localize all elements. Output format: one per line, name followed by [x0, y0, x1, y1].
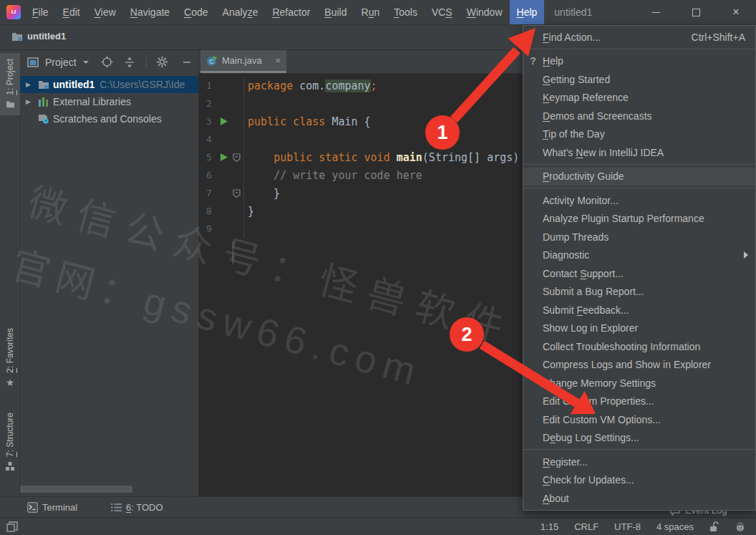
toolwindow-button-label: 2: Favorites	[5, 328, 15, 373]
menu-item-tip-of-the-day[interactable]: Tip of the Day	[523, 125, 755, 144]
fold-marker-icon[interactable]	[231, 189, 242, 198]
maximize-icon	[692, 9, 700, 16]
project-tree: ▶untitled1C:\Users\GSRJ\Ide▶External Lib…	[20, 76, 198, 127]
menu-item-about[interactable]: About	[523, 489, 755, 508]
menu-tools[interactable]: Tools	[387, 0, 425, 24]
code-text: package com.company;	[244, 79, 377, 92]
tree-row-external-libraries[interactable]: ▶External Libraries	[20, 93, 198, 110]
terminal-button[interactable]: Terminal	[27, 497, 77, 518]
todo-label: 6: TODO	[126, 502, 163, 513]
menu-item-label: Demos and Screencasts	[543, 110, 652, 122]
close-button[interactable]: ×	[716, 0, 756, 25]
toolwindow-button-2-favorites[interactable]: 2: Favorites★	[0, 322, 20, 393]
line-number: 5	[199, 152, 218, 163]
menu-file[interactable]: File	[25, 0, 56, 24]
expand-arrow-icon[interactable]: ▶	[26, 81, 37, 88]
collapse-all-button[interactable]	[124, 57, 135, 68]
maximize-button[interactable]	[676, 0, 716, 25]
menu-item-edit-custom-properties[interactable]: Edit Custom Properties...	[523, 392, 755, 411]
menu-refactor[interactable]: Refactor	[265, 0, 317, 24]
menu-item-show-log-in-explorer[interactable]: Show Log in Explorer	[523, 319, 755, 338]
menu-item-label: Analyze Plugin Startup Performance	[543, 213, 704, 224]
toolwindow-button-7-structure[interactable]: 7: Structure	[0, 407, 20, 478]
menu-item-label: Show Log in Explorer	[543, 322, 638, 334]
menu-item-help[interactable]: ?Help	[523, 52, 755, 71]
hide-panel-button[interactable]	[182, 57, 192, 67]
menu-item-edit-custom-vm-options[interactable]: Edit Custom VM Options...	[523, 410, 755, 429]
menu-item-keymap-reference[interactable]: Keymap Reference	[523, 89, 755, 107]
menu-help[interactable]: Help	[510, 0, 545, 24]
line-number: 1	[199, 80, 218, 91]
menu-build[interactable]: Build	[317, 0, 354, 24]
menu-analyze[interactable]: Analyze	[215, 0, 266, 24]
menu-window[interactable]: Window	[460, 0, 510, 24]
fold-marker-icon[interactable]	[231, 153, 242, 162]
terminal-label: Terminal	[42, 502, 77, 513]
menu-run[interactable]: Run	[354, 0, 387, 24]
menu-item-productivity-guide[interactable]: Productivity Guide	[523, 168, 755, 186]
menu-separator	[523, 162, 755, 168]
indent-size[interactable]: 4 spaces	[656, 521, 694, 532]
menu-item-submit-feedback[interactable]: Submit Feedback...	[523, 301, 755, 319]
tab-main-java[interactable]: C Main.java ×	[200, 50, 286, 73]
menu-item-getting-started[interactable]: Getting Started	[523, 70, 755, 89]
menu-vcs[interactable]: VCS	[425, 0, 460, 24]
menu-item-compress-logs-and-show-in-explorer[interactable]: Compress Logs and Show in Explorer	[523, 356, 755, 375]
star-icon: ★	[6, 378, 15, 387]
menu-item-what-s-new-in-intellij-idea[interactable]: What's New in IntelliJ IDEA	[523, 143, 755, 162]
main-menu-bar: FileEditViewNavigateCodeAnalyzeRefactorB…	[25, 0, 544, 24]
menu-separator	[523, 185, 755, 191]
todo-button[interactable]: 6: TODO	[111, 497, 163, 518]
lock-open-icon[interactable]	[709, 521, 719, 532]
menu-item-debug-log-settings[interactable]: Debug Log Settings...	[523, 429, 755, 448]
caret-position[interactable]: 1:15	[541, 521, 558, 532]
encoding[interactable]: UTF-8	[614, 521, 641, 532]
menu-item-label: About	[543, 493, 569, 504]
menu-item-activity-monitor[interactable]: Activity Monitor...	[523, 191, 755, 210]
menu-code[interactable]: Code	[177, 0, 215, 24]
line-ending[interactable]: CRLF	[574, 521, 598, 532]
menu-item-find-action[interactable]: Find Action...Ctrl+Shift+A	[523, 28, 755, 47]
horizontal-scrollbar[interactable]	[20, 486, 132, 493]
menu-item-analyze-plugin-startup-performance[interactable]: Analyze Plugin Startup Performance	[523, 210, 755, 228]
chevron-down-icon	[83, 61, 89, 64]
breadcrumb[interactable]: untitled1	[11, 31, 66, 42]
run-icon[interactable]	[218, 153, 231, 161]
project-view-selector[interactable]: Project	[45, 57, 77, 68]
code-text: public class Main {	[244, 115, 371, 128]
menu-edit[interactable]: Edit	[56, 0, 87, 24]
tree-row-untitled1[interactable]: ▶untitled1C:\Users\GSRJ\Ide	[20, 76, 198, 93]
restore-toolwindows-icon[interactable]	[6, 521, 18, 532]
menu-separator	[523, 447, 755, 453]
gear-icon[interactable]	[156, 56, 168, 68]
menu-item-label: Collect Troubleshooting Information	[543, 341, 700, 352]
tree-row-scratches-and-consoles[interactable]: Scratches and Consoles	[20, 110, 198, 127]
run-icon[interactable]	[218, 117, 231, 125]
menu-item-label: Diagnostic	[543, 249, 589, 261]
line-number: 6	[199, 170, 218, 180]
menu-view[interactable]: View	[87, 0, 123, 24]
menu-navigate[interactable]: Navigate	[123, 0, 177, 24]
toolwindow-button-1-project[interactable]: 1: Project	[0, 53, 20, 115]
project-tool-window: Project	[20, 50, 199, 496]
status-widgets: 1:15 CRLF UTF-8 4 spaces	[541, 521, 746, 532]
menu-item-dump-threads[interactable]: Dump Threads	[523, 228, 755, 246]
project-panel-header: Project	[20, 50, 198, 74]
minimize-button[interactable]	[636, 0, 676, 25]
menu-item-check-for-updates[interactable]: Check for Updates...	[523, 471, 755, 490]
menu-item-register[interactable]: Register...	[523, 453, 755, 471]
menu-item-change-memory-settings[interactable]: Change Memory Settings	[523, 374, 755, 392]
highlighting-level-icon[interactable]	[735, 521, 746, 532]
menu-item-demos-and-screencasts[interactable]: Demos and Screencasts	[523, 107, 755, 125]
menu-item-submit-a-bug-report[interactable]: Submit a Bug Report...	[523, 283, 755, 302]
tree-item-path: C:\Users\GSRJ\Ide	[100, 79, 185, 90]
menu-item-diagnostic[interactable]: Diagnostic	[523, 246, 755, 265]
menu-item-label: Submit a Bug Report...	[543, 286, 644, 297]
menu-item-contact-support[interactable]: Contact Support...	[523, 264, 755, 283]
locate-file-button[interactable]	[101, 56, 113, 68]
menu-item-collect-troubleshooting-information[interactable]: Collect Troubleshooting Information	[523, 337, 755, 356]
expand-arrow-icon[interactable]: ▶	[26, 98, 37, 105]
tab-close-icon[interactable]: ×	[275, 55, 281, 66]
java-class-icon: C	[206, 55, 218, 67]
breadcrumb-project-name: untitled1	[27, 31, 66, 42]
